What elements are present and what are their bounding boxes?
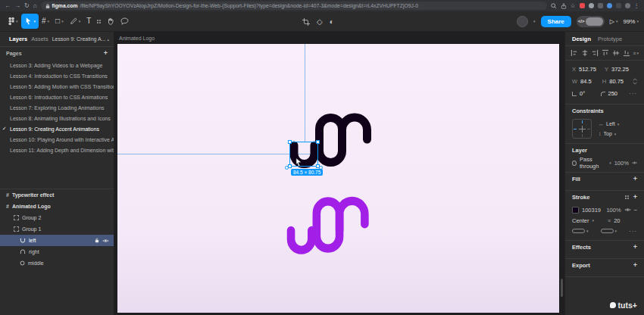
constraints-widget[interactable] [572, 119, 592, 139]
browser-menu-icon[interactable]: ⋮ [634, 3, 640, 9]
url-bar[interactable]: figma.com/file/NP9ayShYOOYOVzAtopJrpZ/Mo… [41, 2, 547, 10]
pen-tool-button[interactable]: ▾ [67, 14, 84, 29]
mask-contrast-icon[interactable]: ◐ [330, 17, 334, 26]
browser-back-icon[interactable]: ← [5, 3, 11, 9]
page-item[interactable]: Lesson 7: Exploring Loading Animations [0, 102, 114, 113]
constrain-proportions-icon[interactable] [633, 77, 637, 86]
x-position-field[interactable]: X512.75 [572, 66, 605, 73]
eye-icon[interactable] [624, 207, 631, 212]
add-export-button[interactable]: + [633, 262, 637, 269]
stroke-hex-field[interactable]: 100319 [582, 207, 601, 214]
move-tool-button[interactable]: ▾ [21, 14, 39, 29]
canvas[interactable]: Animated Logo [114, 32, 564, 315]
component-diamond-icon[interactable]: ◇ [317, 17, 323, 26]
extension-icon-camera[interactable] [598, 3, 603, 8]
remove-stroke-icon[interactable]: − [634, 207, 637, 214]
hand-tool-button[interactable] [104, 14, 117, 29]
stroke-opacity-field[interactable]: 100% [606, 207, 621, 214]
extension-icon-dark[interactable] [616, 3, 621, 8]
vertical-constraint-dropdown[interactable]: ↕ Top ▾ [599, 131, 619, 136]
page-item-current[interactable]: ✓ Lesson 9: Creating Accent Animations [0, 123, 114, 134]
page-item[interactable]: Lesson 8: Animating Illustrations and Ic… [0, 113, 114, 123]
rotation-field[interactable]: 0° [572, 90, 601, 97]
align-right-icon[interactable] [591, 49, 599, 57]
stroke-more-options-icon[interactable]: ··· [629, 228, 637, 235]
canvas-scrollbar[interactable] [561, 279, 563, 297]
corner-radius-field[interactable]: 250 [601, 90, 630, 97]
send-icon[interactable] [561, 3, 567, 9]
layer-opacity-field[interactable]: 100% [614, 160, 629, 167]
browser-refresh-icon[interactable]: ↻ [24, 3, 30, 9]
layer-row-middle[interactable]: middle [0, 257, 114, 269]
add-stroke-button[interactable]: + [633, 194, 637, 201]
text-tool-button[interactable]: T [83, 14, 94, 29]
layer-row-animated-logo[interactable]: # Animated Logo [0, 201, 114, 212]
height-field[interactable]: H80.75 [602, 78, 633, 85]
crop-frame-icon[interactable] [302, 18, 310, 26]
share-button[interactable]: Share [541, 16, 571, 27]
align-left-icon[interactable] [571, 49, 578, 57]
align-bottom-icon[interactable] [623, 49, 630, 57]
layer-row-group1[interactable]: Group 1 [0, 223, 114, 235]
page-item[interactable]: Lesson 3: Adding Videos to a Webpage [0, 60, 114, 70]
stroke-cap-end-dropdown[interactable]: ▾ [601, 229, 617, 233]
layer-row-group2[interactable]: Group 2 [0, 212, 114, 223]
distribute-dropdown[interactable]: ≡ ▾ [633, 51, 639, 56]
bookmark-star-icon[interactable]: ☆ [571, 3, 576, 9]
horizontal-constraint-dropdown[interactable]: ↔ Left ▾ [599, 121, 619, 126]
page-item[interactable]: Lesson 5: Adding Motion with CSS Transit… [0, 81, 114, 92]
tab-layers[interactable]: Layers [9, 36, 27, 42]
stroke-color-swatch[interactable] [572, 207, 579, 214]
search-icon[interactable] [551, 3, 557, 9]
browser-home-icon[interactable]: ⌂ [33, 3, 37, 9]
page-item[interactable]: Lesson 11: Adding Depth and Dimension wi… [0, 145, 114, 155]
page-selector-dropdown[interactable]: Lesson 9: Creating A... ▴ [52, 36, 109, 42]
eye-icon[interactable] [102, 239, 109, 243]
tab-prototype[interactable]: Prototype [598, 36, 622, 42]
dev-mode-toggle[interactable]: </> [577, 16, 605, 27]
design-frame[interactable] [117, 44, 559, 313]
chevron-down-icon[interactable]: ▾ [533, 19, 536, 23]
blend-mode-dropdown[interactable]: Pass through [580, 156, 606, 170]
extension-icon-red[interactable] [580, 3, 585, 8]
frame-tool-button[interactable]: # ▾ [39, 14, 52, 29]
stroke-cap-start-dropdown[interactable]: ▾ [572, 229, 589, 233]
eye-icon[interactable] [632, 161, 637, 165]
frame-title[interactable]: Animated Logo [119, 36, 155, 41]
extension-icon-blue[interactable] [607, 3, 612, 8]
comment-tool-button[interactable] [117, 14, 132, 29]
browser-forward-icon[interactable]: → [14, 3, 20, 9]
add-effect-button[interactable]: + [633, 244, 637, 251]
resize-handle[interactable] [316, 140, 320, 144]
stroke-styles-icon[interactable] [625, 195, 629, 199]
layer-row-right[interactable]: right [0, 246, 114, 257]
present-button[interactable]: ▷ ▾ [610, 18, 618, 25]
lock-icon[interactable] [95, 238, 99, 243]
page-item[interactable]: Lesson 6: Introduction to CSS Animations [0, 92, 114, 102]
more-options-icon[interactable]: ··· [629, 90, 637, 97]
add-fill-button[interactable]: + [633, 176, 637, 182]
add-page-button[interactable]: + [104, 50, 108, 57]
shape-tool-button[interactable]: □ ▾ [52, 14, 67, 29]
logo-purple[interactable] [286, 195, 377, 254]
align-top-icon[interactable] [602, 49, 609, 57]
align-v-center-icon[interactable] [612, 49, 620, 57]
layer-row-left-selected[interactable]: left [0, 235, 114, 246]
y-position-field[interactable]: Y372.25 [605, 66, 637, 73]
tab-design[interactable]: Design [572, 36, 591, 42]
extension-icon-gray[interactable] [589, 3, 594, 8]
page-item[interactable]: Lesson 4: Introduction to CSS Transition… [0, 70, 114, 81]
resources-button[interactable] [94, 14, 104, 29]
layer-row-typewriter[interactable]: # Typewriter effect [0, 189, 114, 201]
page-item[interactable]: Lesson 10: Playing Around with Interacti… [0, 134, 114, 145]
zoom-level-dropdown[interactable]: 99% ▾ [623, 18, 639, 25]
browser-profile-avatar[interactable] [625, 3, 630, 8]
corner-radius-handle[interactable] [285, 166, 289, 170]
width-field[interactable]: W84.5 [572, 78, 602, 85]
main-menu-button[interactable]: ▾ [5, 14, 21, 29]
stroke-weight-field[interactable]: 20 [614, 217, 620, 224]
align-h-center-icon[interactable] [581, 49, 589, 57]
tab-assets[interactable]: Assets [31, 36, 48, 42]
resize-handle[interactable] [288, 140, 292, 144]
user-avatar[interactable] [517, 16, 528, 27]
